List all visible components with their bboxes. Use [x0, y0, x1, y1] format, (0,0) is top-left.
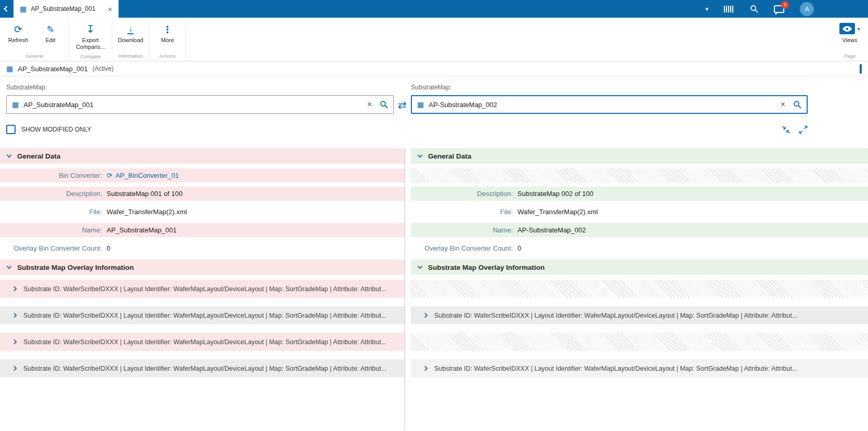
- field-label: Overlay Bin Converter Count:: [0, 244, 107, 252]
- overlay-row-text: Substrate ID: WaferScribeIDXXX | Layout …: [23, 312, 386, 319]
- section-overlay-info-right[interactable]: Substrate Map Overlay Information: [411, 259, 868, 275]
- comparison-area: General Data Bin Converter: ⟳ AP_BinConv…: [0, 148, 868, 430]
- field-row-description: Description: SubstrateMap 001 of 100: [0, 187, 405, 201]
- substratemap-icon: ▦: [12, 101, 19, 108]
- back-button[interactable]: [0, 0, 14, 18]
- chevron-down-icon: [418, 264, 423, 269]
- ribbon-group-actions: ⋮ More Actions: [149, 18, 186, 61]
- tab-substratemap[interactable]: ▦ AP_SubstrateMap_001 ×: [14, 0, 119, 18]
- section-title: Substrate Map Overlay Information: [428, 264, 545, 271]
- field-label: Overlay Bin Converter Count:: [411, 244, 517, 252]
- field-row-bin-converter: Bin Converter: ⟳ AP_BinConverter_01: [0, 168, 405, 182]
- section-overlay-info-left[interactable]: Substrate Map Overlay Information: [0, 259, 405, 275]
- clear-icon[interactable]: ×: [778, 100, 788, 109]
- download-button[interactable]: ↓ Download: [115, 22, 146, 51]
- expand-all-icon[interactable]: [799, 125, 808, 134]
- more-label: More: [161, 37, 174, 44]
- show-modified-checkbox[interactable]: [6, 125, 16, 134]
- export-comparison-button[interactable]: ↧ Export Comparis...: [72, 22, 109, 51]
- overlay-row-text: Substrate ID: WaferScribeIDXXX | Layout …: [434, 312, 797, 319]
- field-label: Name:: [0, 226, 107, 234]
- page-title-bar: ▦ AP_SubstrateMap_001 (Active): [0, 61, 868, 76]
- more-button[interactable]: ⋮ More: [152, 22, 183, 51]
- messages-icon[interactable]: 2: [774, 5, 784, 13]
- field-value: SubstrateMap 002 of 100: [517, 190, 593, 198]
- ribbon-group-general: ⟳ Refresh ✎ Edit General: [0, 18, 69, 61]
- search-icon[interactable]: [380, 100, 388, 109]
- field-value: Wafer_TransferMap(2).xml: [517, 208, 598, 216]
- chevron-down-icon: [7, 153, 12, 158]
- overlay-row[interactable]: Substrate ID: WaferScribeIDXXX | Layout …: [0, 306, 405, 324]
- missing-row-hatched: [411, 280, 868, 298]
- search-icon[interactable]: [793, 100, 801, 109]
- group-label-actions: Actions: [152, 51, 183, 60]
- tab-close-icon[interactable]: ×: [108, 5, 112, 13]
- overlay-row[interactable]: Substrate ID: WaferScribeIDXXX | Layout …: [0, 359, 405, 377]
- field-row-description: Description: SubstrateMap 002 of 100: [411, 187, 868, 201]
- section-general-data-right[interactable]: General Data: [411, 148, 868, 164]
- field-row-file: File: Wafer_TransferMap(2).xml: [411, 205, 868, 219]
- field-label: File:: [0, 208, 107, 216]
- substratemap-icon: ▦: [417, 101, 424, 108]
- ribbon-toolbar: ⟳ Refresh ✎ Edit General ↧ Export Compar…: [0, 18, 868, 61]
- bin-converter-link[interactable]: ⟳ AP_BinConverter_01: [107, 172, 179, 179]
- views-button[interactable]: ▾ Views: [835, 22, 865, 51]
- overlay-row[interactable]: Substrate ID: WaferScribeIDXXX | Layout …: [0, 333, 405, 351]
- refresh-icon: ⟳: [14, 23, 22, 34]
- field-label: Description:: [0, 190, 107, 198]
- left-panel: General Data Bin Converter: ⟳ AP_BinConv…: [0, 148, 405, 386]
- left-selector: SubstrateMap: ▦ AP_SubstrateMap_001 ×: [6, 84, 394, 114]
- status-badge: (Active): [93, 65, 114, 72]
- overlay-row[interactable]: Substrate ID: WaferScribeIDXXX | Layout …: [411, 359, 868, 377]
- field-row-overlay-count: Overlay Bin Converter Count: 0: [0, 241, 405, 255]
- edit-icon: ✎: [46, 23, 54, 34]
- global-search-icon[interactable]: [750, 5, 758, 13]
- avatar[interactable]: A: [800, 2, 814, 16]
- ribbon-group-compare: ↧ Export Comparis... Compare: [69, 18, 112, 61]
- field-label: Bin Converter:: [0, 172, 107, 179]
- barcode-scan-icon[interactable]: [724, 6, 734, 12]
- right-substratemap-value: AP-SubstrateMap_002: [429, 101, 772, 109]
- refresh-label: Refresh: [8, 37, 29, 44]
- chevron-right-icon: [423, 366, 428, 371]
- chevron-right-icon: [12, 339, 17, 345]
- topbar-actions: ▾ 2 A: [705, 0, 868, 18]
- collapse-expand-controls: [782, 125, 808, 134]
- collapse-all-icon[interactable]: [782, 125, 791, 134]
- overlay-row[interactable]: Substrate ID: WaferScribeIDXXX | Layout …: [411, 306, 868, 324]
- refresh-button[interactable]: ⟳ Refresh: [3, 22, 33, 51]
- pagebar-actions: [860, 65, 862, 73]
- field-row-file: File: Wafer_TransferMap(2).xml: [0, 205, 405, 219]
- overlay-row-text: Substrate ID: WaferScribeIDXXX | Layout …: [434, 365, 797, 372]
- page-title: AP_SubstrateMap_001: [18, 65, 87, 73]
- chevron-right-icon: [423, 313, 428, 318]
- swap-icon[interactable]: ⇄: [398, 99, 407, 111]
- section-title: Substrate Map Overlay Information: [17, 264, 134, 271]
- edit-button[interactable]: ✎ Edit: [35, 22, 66, 51]
- field-label: Description:: [411, 190, 517, 198]
- field-row-name: Name: AP-SubstrateMap_002: [411, 223, 868, 237]
- chevron-down-icon: [418, 153, 423, 158]
- chevron-right-icon: [12, 366, 17, 371]
- swap-container: ⇄: [394, 84, 411, 114]
- field-row-overlay-count: Overlay Bin Converter Count: 0: [411, 241, 868, 255]
- ribbon-group-page: ▾ Views Page: [832, 18, 868, 61]
- group-label-information: Information: [115, 51, 146, 60]
- field-value: AP_SubstrateMap_001: [107, 226, 176, 234]
- clear-icon[interactable]: ×: [364, 100, 375, 109]
- left-substratemap-input[interactable]: ▦ AP_SubstrateMap_001 ×: [6, 95, 394, 114]
- chevron-right-icon: [12, 313, 17, 318]
- section-general-data-left[interactable]: General Data: [0, 148, 405, 164]
- group-label-page: Page: [835, 51, 865, 60]
- layout-panel-icon[interactable]: [860, 64, 862, 74]
- overlay-row-text: Substrate ID: WaferScribeIDXXX | Layout …: [23, 285, 386, 293]
- right-substratemap-input[interactable]: ▦ AP-SubstrateMap_002 ×: [411, 95, 808, 114]
- group-label-compare: Compare: [72, 51, 109, 60]
- entity-icon: ▦: [6, 65, 13, 72]
- substratemap-icon: ▦: [20, 5, 27, 12]
- download-icon: ↓: [127, 23, 134, 34]
- topbar-dropdown-caret-icon[interactable]: ▾: [705, 6, 708, 12]
- chevron-right-icon: [12, 286, 17, 292]
- overlay-row[interactable]: Substrate ID: WaferScribeIDXXX | Layout …: [0, 280, 405, 298]
- missing-row-hatched: [411, 333, 868, 351]
